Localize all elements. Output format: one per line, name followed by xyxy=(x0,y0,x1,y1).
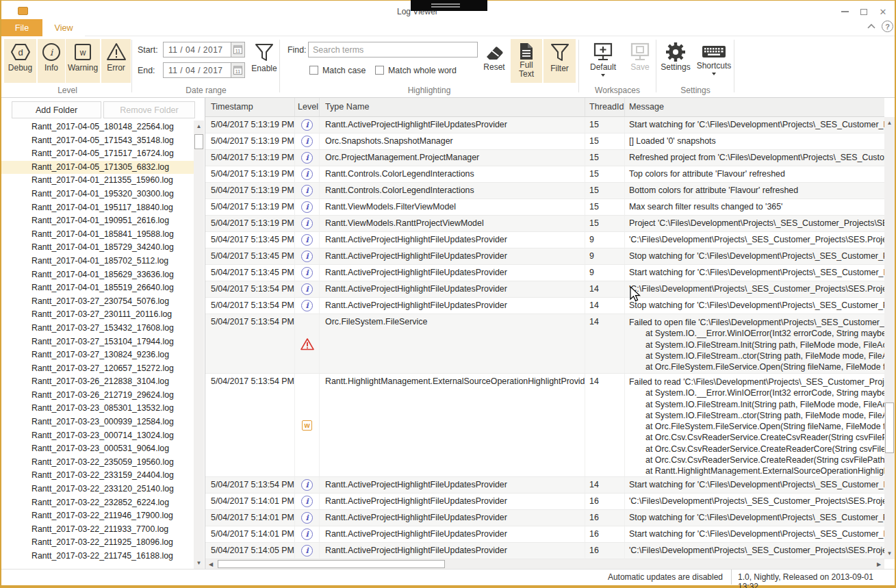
table-scroll-up-arrow[interactable]: ▲ xyxy=(884,117,895,129)
sidebar-scroll-down-arrow[interactable]: ▼ xyxy=(194,557,204,569)
table-scroll-right-arrow[interactable]: ▶ xyxy=(873,559,884,569)
minimize-button[interactable] xyxy=(836,6,854,17)
tab-view[interactable]: View xyxy=(42,19,85,36)
log-row[interactable]: 5/04/2017 5:13:54 PMwRantt.HighlightMana… xyxy=(205,374,884,477)
log-row[interactable]: 5/04/2017 5:13:54 PMiRantt.ActiveProject… xyxy=(205,281,884,298)
log-row[interactable]: 5/04/2017 5:14:01 PMiRantt.ActiveProject… xyxy=(205,494,884,510)
help-button[interactable]: ? xyxy=(882,21,893,32)
file-list-item[interactable]: Rantt_2017-04-05_180148_22564.log xyxy=(1,120,194,134)
start-calendar-button[interactable]: 11 xyxy=(231,42,244,57)
column-header-threadid[interactable]: ThreadId xyxy=(585,98,625,116)
shortcuts-dropdown[interactable]: Shortcuts xyxy=(694,39,734,83)
file-list-item[interactable]: Rantt_2017-03-27_153104_17944.log xyxy=(1,335,194,349)
collapse-ribbon-button[interactable] xyxy=(867,23,878,31)
date-filter-enable-toggle[interactable]: Enable xyxy=(249,39,279,83)
file-list-item[interactable]: Rantt_2017-03-22_211933_7700.log xyxy=(1,523,194,537)
log-row[interactable]: 5/04/2017 5:13:54 PMiRantt.ActiveProject… xyxy=(205,298,884,314)
table-vertical-scrollbar[interactable] xyxy=(884,117,895,559)
column-header-level[interactable]: Level xyxy=(295,98,320,116)
file-list-item[interactable]: Rantt_2017-03-23_000939_12584.log xyxy=(1,416,194,429)
log-row[interactable]: 5/04/2017 5:13:54 PMiRantt.ActiveProject… xyxy=(205,477,884,494)
file-list-item[interactable]: Rantt_2017-03-22_211925_18096.log xyxy=(1,536,194,550)
workspace-save-button[interactable]: Save xyxy=(626,39,654,83)
file-list-item[interactable]: Rantt_2017-04-05_171543_35148.log xyxy=(1,134,194,148)
file-list-item[interactable]: Rantt_2017-04-01_190951_2616.log xyxy=(1,214,194,228)
log-row[interactable]: 5/04/2017 5:13:19 PMiRantt.ViewModels.Ra… xyxy=(205,216,884,232)
log-row[interactable]: 5/04/2017 5:13:45 PMiRantt.ActiveProject… xyxy=(205,265,884,281)
file-list-item[interactable]: Rantt_2017-03-26_212719_29624.log xyxy=(1,389,194,402)
end-calendar-button[interactable]: 11 xyxy=(231,63,244,77)
table-scroll-left-arrow[interactable]: ◀ xyxy=(205,559,216,569)
log-row[interactable]: 5/04/2017 5:13:19 PMiRantt.ViewModels.Fi… xyxy=(205,199,884,216)
file-list-item[interactable]: Rantt_2017-03-26_212838_3104.log xyxy=(1,375,194,389)
level-error-toggle[interactable]: Error xyxy=(101,39,131,83)
file-list-item[interactable]: Rantt_2017-03-27_130824_9236.log xyxy=(1,348,194,362)
log-timestamp: 5/04/2017 5:14:01 PM xyxy=(205,510,295,526)
file-list-item[interactable]: Rantt_2017-04-01_185841_19588.log xyxy=(1,228,194,242)
maximize-icon xyxy=(860,9,867,15)
maximize-button[interactable] xyxy=(855,6,873,17)
file-list-item[interactable]: Rantt_2017-03-27_153432_17608.log xyxy=(1,322,194,335)
log-row[interactable]: 5/04/2017 5:13:19 PMiRantt.Controls.Colo… xyxy=(205,183,884,199)
match-case-checkbox[interactable] xyxy=(309,66,318,75)
column-header-message[interactable]: Message xyxy=(625,98,884,116)
file-list-item[interactable]: Rantt_2017-03-27_230111_20116.log xyxy=(1,308,194,322)
file-list-item[interactable]: Rantt_2017-03-22_235059_19560.log xyxy=(1,456,194,470)
tab-file[interactable]: File xyxy=(1,19,42,36)
filter-toggle[interactable]: Filter xyxy=(543,39,576,83)
table-vertical-scrollbar-thumb[interactable] xyxy=(885,402,894,453)
remove-folder-button[interactable]: Remove Folder xyxy=(103,101,195,118)
log-row[interactable]: 5/04/2017 5:14:05 PMiRantt.ActiveProject… xyxy=(205,543,884,559)
table-scroll-down-arrow[interactable]: ▼ xyxy=(884,548,895,559)
add-folder-button[interactable]: Add Folder xyxy=(12,101,101,118)
workspace-default-dropdown[interactable]: Default xyxy=(583,39,623,83)
file-list-item[interactable]: Rantt_2017-03-23_000531_9064.log xyxy=(1,442,194,456)
sidebar-scrollbar-thumb[interactable] xyxy=(194,134,203,149)
file-list-item[interactable]: Rantt_2017-03-23_000714_13024.log xyxy=(1,429,194,443)
close-button[interactable]: ✕ xyxy=(874,6,892,17)
column-header-typename[interactable]: Type Name xyxy=(320,98,585,116)
table-horizontal-scrollbar-thumb[interactable] xyxy=(218,560,445,568)
log-row[interactable]: 5/04/2017 5:13:45 PMiRantt.ActiveProject… xyxy=(205,232,884,248)
file-list-item[interactable]: Rantt_2017-03-22_232852_6224.log xyxy=(1,496,194,510)
full-text-toggle[interactable]: Full Text xyxy=(511,39,542,83)
file-list-item[interactable]: Rantt_2017-03-27_230754_5076.log xyxy=(1,295,194,309)
log-row[interactable]: 5/04/2017 5:14:01 PMiRantt.ActiveProject… xyxy=(205,510,884,526)
log-row[interactable]: 5/04/2017 5:13:19 PMiRantt.Controls.Colo… xyxy=(205,166,884,183)
file-list-item[interactable]: Rantt_2017-03-27_120657_15272.log xyxy=(1,362,194,376)
reset-button[interactable]: Reset xyxy=(479,39,509,83)
file-list-item[interactable]: Rantt_2017-04-01_185629_33636.log xyxy=(1,268,194,282)
search-input[interactable] xyxy=(308,42,478,57)
log-row[interactable]: 5/04/2017 5:13:45 PMiRantt.ActiveProject… xyxy=(205,248,884,265)
file-list-item[interactable]: Rantt_2017-04-01_185729_34240.log xyxy=(1,241,194,255)
level-warning-toggle[interactable]: w Warning xyxy=(66,39,100,83)
log-timestamp: 5/04/2017 5:13:54 PM xyxy=(205,477,295,493)
file-list-item[interactable]: Rantt_2017-04-05_171517_16724.log xyxy=(1,147,194,161)
file-list-item[interactable]: Rantt_2017-03-22_211745_16188.log xyxy=(1,550,194,563)
start-date-picker[interactable]: 11 / 04 / 2017 11 xyxy=(163,42,245,57)
log-row[interactable]: 5/04/2017 5:13:19 PMiOrc.Snapshots.Snaps… xyxy=(205,133,884,150)
sidebar-scrollbar[interactable] xyxy=(194,120,204,569)
settings-button[interactable]: Settings xyxy=(657,39,694,83)
file-list-item[interactable]: Rantt_2017-03-22_233120_25140.log xyxy=(1,483,194,496)
level-debug-toggle[interactable]: d Debug xyxy=(4,39,36,83)
file-list-item[interactable]: Rantt_2017-04-01_195117_18840.log xyxy=(1,201,194,215)
file-list-item[interactable]: Rantt_2017-03-23_085301_13532.log xyxy=(1,402,194,416)
file-list-item[interactable]: Rantt_2017-04-05_171305_6832.log xyxy=(1,161,194,175)
log-level-cell: i xyxy=(295,526,320,542)
file-list-item[interactable]: Rantt_2017-03-22_211946_17900.log xyxy=(1,509,194,523)
match-whole-word-checkbox[interactable] xyxy=(375,66,384,75)
log-row[interactable]: 5/04/2017 5:14:01 PMiRantt.ActiveProject… xyxy=(205,526,884,543)
file-list-item[interactable]: Rantt_2017-04-01_185702_5112.log xyxy=(1,255,194,268)
sidebar-scroll-up-arrow[interactable]: ▲ xyxy=(194,120,204,132)
file-list-item[interactable]: Rantt_2017-03-22_233159_24404.log xyxy=(1,469,194,483)
file-list-item[interactable]: Rantt_2017-04-01_195320_30300.log xyxy=(1,188,194,201)
log-row[interactable]: 5/04/2017 5:13:19 PMiOrc.ProjectManageme… xyxy=(205,150,884,166)
file-list-item[interactable]: Rantt_2017-04-01_211355_15960.log xyxy=(1,174,194,188)
level-info-toggle[interactable]: i Info xyxy=(38,39,65,83)
end-date-picker[interactable]: 11 / 04 / 2017 11 xyxy=(163,62,245,78)
log-row[interactable]: 5/04/2017 5:13:19 PMiRantt.ActiveProject… xyxy=(205,117,884,133)
log-row[interactable]: 5/04/2017 5:13:54 PMOrc.FileSystem.FileS… xyxy=(205,314,884,374)
column-header-timestamp[interactable]: Timestamp xyxy=(205,98,295,116)
file-list-item[interactable]: Rantt_2017-04-01_185519_26640.log xyxy=(1,281,194,295)
